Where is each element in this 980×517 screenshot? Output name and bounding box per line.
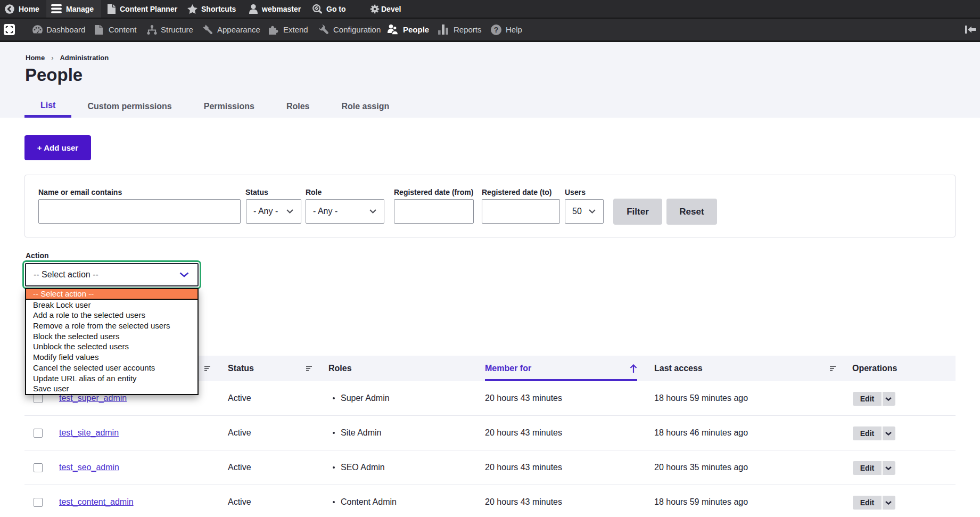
svg-text:?: ? [494, 26, 499, 34]
